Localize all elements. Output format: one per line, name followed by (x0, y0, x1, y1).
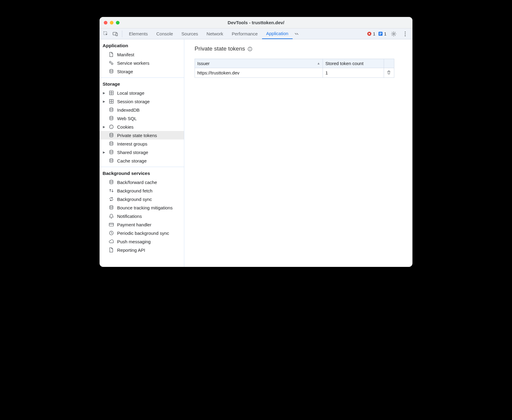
storage-icon (109, 205, 114, 210)
tab-console[interactable]: Console (152, 28, 177, 39)
section-title: Storage (100, 78, 184, 89)
tokens-table: Issuer ▲ Stored token count https://trus… (195, 59, 394, 78)
sidebar-item-label: Cookies (117, 124, 133, 130)
clock-icon (109, 230, 114, 236)
sidebar-item-label: Push messaging (117, 239, 151, 244)
disclosure-triangle-icon[interactable]: ▸ (103, 149, 106, 155)
storage-icon (109, 107, 114, 113)
sidebar-item-background-fetch[interactable]: Background fetch (100, 186, 184, 195)
sidebar-item-label: Manifest (117, 52, 134, 57)
tab-sources[interactable]: Sources (177, 28, 202, 39)
file-icon (109, 247, 114, 253)
sidebar-item-local-storage[interactable]: ▸Local storage (100, 89, 184, 97)
sidebar-item-label: Bounce tracking mitigations (117, 205, 172, 210)
sidebar-item-private-state-tokens[interactable]: Private state tokens (100, 131, 184, 139)
errors-count: 1 (373, 31, 375, 36)
sidebar-item-shared-storage[interactable]: ▸Shared storage (100, 148, 184, 156)
sidebar-item-label: Service workers (117, 61, 149, 66)
sidebar-item-label: Periodic background sync (117, 231, 169, 236)
device-toolbar-icon[interactable] (111, 30, 120, 38)
devtools-window: DevTools - trusttoken.dev/ ElementsConso… (100, 17, 412, 267)
devtools-toolbar: ElementsConsoleSourcesNetworkPerformance… (100, 28, 412, 39)
inspect-element-icon[interactable] (101, 30, 110, 38)
count-cell: 1 (323, 68, 384, 78)
errors-indicator[interactable]: 1 (367, 31, 375, 36)
actions-column-header (384, 59, 394, 68)
sidebar-item-label: Cache storage (117, 158, 147, 163)
disclosure-triangle-icon[interactable]: ▸ (103, 99, 106, 104)
sidebar-item-storage[interactable]: Storage (100, 67, 184, 76)
storage-icon (109, 116, 114, 121)
sidebar-item-label: IndexedDB (117, 107, 139, 113)
tab-application[interactable]: Application (262, 28, 293, 39)
cookie-icon (109, 124, 114, 130)
section-title: Application (100, 39, 184, 50)
sidebar-item-label: Local storage (117, 90, 144, 96)
delete-row-button[interactable] (386, 70, 391, 75)
svg-rect-2 (116, 33, 117, 36)
file-icon (109, 52, 114, 57)
sidebar-item-manifest[interactable]: Manifest (100, 50, 184, 59)
svg-point-5 (393, 33, 394, 34)
issues-indicator[interactable]: 1 (378, 31, 386, 36)
page-title-row: Private state tokens (195, 45, 407, 52)
storage-icon (109, 69, 114, 74)
storage-icon (109, 141, 114, 146)
sidebar-item-interest-groups[interactable]: Interest groups (100, 139, 184, 148)
table-row[interactable]: https://trusttoken.dev1 (195, 68, 394, 78)
tab-network[interactable]: Network (202, 28, 228, 39)
window-title: DevTools - trusttoken.dev/ (100, 20, 412, 25)
sidebar-item-label: Private state tokens (117, 133, 157, 138)
sidebar-item-session-storage[interactable]: ▸Session storage (100, 97, 184, 106)
sidebar-item-periodic-background-sync[interactable]: Periodic background sync (100, 229, 184, 237)
disclosure-triangle-icon[interactable]: ▸ (103, 90, 106, 96)
sidebar-item-service-workers[interactable]: Service workers (100, 59, 184, 67)
main-content: Private state tokens Issuer ▲ Stored tok… (184, 39, 412, 267)
sidebar-item-reporting-api[interactable]: Reporting API (100, 246, 184, 254)
sidebar-item-push-messaging[interactable]: Push messaging (100, 237, 184, 246)
sidebar-item-payment-handler[interactable]: Payment handler (100, 220, 184, 229)
grid-icon (109, 99, 114, 104)
sidebar-item-label: Background fetch (117, 188, 153, 193)
issuer-column-header[interactable]: Issuer ▲ (195, 59, 323, 68)
sidebar-item-bounce-tracking-mitigations[interactable]: Bounce tracking mitigations (100, 203, 184, 212)
storage-icon (109, 133, 114, 138)
sidebar-item-label: Notifications (117, 214, 142, 219)
sidebar-item-label: Back/forward cache (117, 180, 157, 185)
bell-icon (109, 213, 114, 219)
updown-icon (109, 188, 114, 193)
sidebar-item-label: Web SQL (117, 116, 137, 121)
sidebar-item-notifications[interactable]: Notifications (100, 212, 184, 220)
sidebar-item-label: Storage (117, 69, 133, 74)
sidebar-item-indexeddb[interactable]: IndexedDB (100, 106, 184, 114)
sidebar-item-label: Session storage (117, 99, 150, 104)
kebab-menu-icon[interactable] (401, 30, 409, 38)
sidebar-item-cache-storage[interactable]: Cache storage (100, 156, 184, 165)
storage-icon (109, 158, 114, 163)
sidebar-item-web-sql[interactable]: Web SQL (100, 114, 184, 123)
page-title: Private state tokens (195, 45, 245, 52)
tab-performance[interactable]: Performance (228, 28, 262, 39)
disclosure-triangle-icon[interactable]: ▸ (103, 124, 106, 130)
sidebar-item-background-sync[interactable]: Background sync (100, 195, 184, 203)
toolbar-separator (122, 31, 122, 37)
more-tabs-icon[interactable] (294, 30, 301, 38)
svg-point-6 (405, 31, 405, 32)
count-column-header[interactable]: Stored token count (323, 59, 384, 68)
cloud-icon (109, 239, 114, 244)
storage-icon (109, 179, 114, 185)
grid-icon (109, 90, 114, 96)
tab-elements[interactable]: Elements (125, 28, 152, 39)
info-icon[interactable] (248, 46, 252, 51)
issues-count: 1 (384, 31, 386, 36)
sidebar-item-cookies[interactable]: ▸Cookies (100, 123, 184, 131)
sidebar-item-label: Reporting API (117, 248, 145, 253)
panel-tabs: ElementsConsoleSourcesNetworkPerformance… (125, 28, 293, 39)
sidebar-item-back-forward-cache[interactable]: Back/forward cache (100, 178, 184, 186)
sidebar-item-label: Payment handler (117, 222, 151, 227)
sort-ascending-icon: ▲ (317, 61, 320, 65)
settings-gear-icon[interactable] (389, 30, 398, 38)
sync-icon (109, 196, 114, 202)
svg-point-10 (250, 48, 250, 48)
svg-point-7 (405, 33, 405, 34)
